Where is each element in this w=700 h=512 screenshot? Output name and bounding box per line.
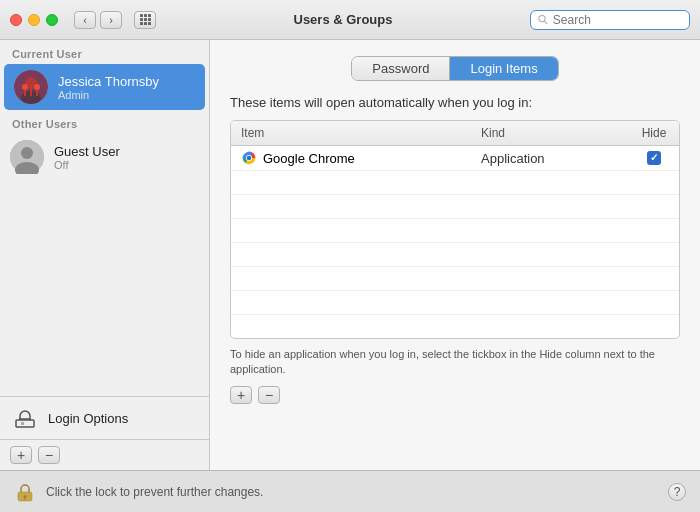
svg-point-19 (24, 495, 27, 498)
items-table: Item Kind Hide Google Chr (230, 120, 680, 339)
lock-icon[interactable] (14, 481, 36, 503)
item-name: Google Chrome (263, 151, 355, 166)
login-options-label: Login Options (48, 411, 128, 426)
tab-password[interactable]: Password (352, 57, 450, 80)
item-cell: Google Chrome (231, 148, 471, 168)
guest-user-info: Guest User Off (54, 144, 120, 171)
guest-user-name: Guest User (54, 144, 120, 159)
back-button[interactable]: ‹ (74, 11, 96, 29)
svg-point-9 (34, 84, 40, 90)
window-title: Users & Groups (156, 12, 530, 27)
svg-point-11 (21, 147, 33, 159)
tab-group: Password Login Items (351, 56, 558, 81)
tab-row: Password Login Items (230, 56, 680, 81)
search-input[interactable] (553, 13, 682, 27)
search-icon (538, 14, 548, 25)
svg-point-17 (247, 156, 252, 161)
forward-button[interactable]: › (100, 11, 122, 29)
login-options-icon (12, 405, 38, 431)
remove-user-button[interactable]: − (38, 446, 60, 464)
header-hide: Hide (629, 124, 679, 142)
grid-icon (140, 14, 151, 25)
search-bar[interactable] (530, 10, 690, 30)
chrome-icon (241, 150, 257, 166)
add-user-button[interactable]: + (10, 446, 32, 464)
guest-user-item[interactable]: Guest User Off (0, 134, 209, 180)
minimize-button[interactable] (28, 14, 40, 26)
svg-rect-14 (21, 422, 24, 425)
login-options-item[interactable]: Login Options (0, 396, 209, 439)
empty-row (231, 219, 679, 243)
current-user-role: Admin (58, 89, 159, 101)
guest-avatar (10, 140, 44, 174)
hide-cell (629, 149, 679, 167)
avatar (14, 70, 48, 104)
panel-bottom-buttons: + − (230, 386, 680, 404)
hide-checkbox[interactable] (647, 151, 661, 165)
current-user-info: Jessica Thornsby Admin (58, 74, 159, 101)
current-user-item[interactable]: Jessica Thornsby Admin (4, 64, 205, 110)
svg-point-0 (539, 15, 545, 21)
title-bar-controls: ‹ › (10, 11, 156, 29)
lock-text: Click the lock to prevent further change… (46, 485, 658, 499)
footer-note: To hide an application when you log in, … (230, 347, 680, 378)
current-user-name: Jessica Thornsby (58, 74, 159, 89)
right-panel: Password Login Items These items will op… (210, 40, 700, 470)
empty-row (231, 171, 679, 195)
fullscreen-button[interactable] (46, 14, 58, 26)
add-item-button[interactable]: + (230, 386, 252, 404)
header-item: Item (231, 124, 471, 142)
empty-row (231, 243, 679, 267)
header-kind: Kind (471, 124, 629, 142)
empty-row (231, 267, 679, 291)
navigation-buttons: ‹ › (74, 11, 122, 29)
svg-line-1 (545, 21, 547, 23)
remove-item-button[interactable]: − (258, 386, 280, 404)
guest-user-status: Off (54, 159, 120, 171)
help-button[interactable]: ? (668, 483, 686, 501)
tab-login-items[interactable]: Login Items (450, 57, 557, 80)
traffic-lights (10, 14, 58, 26)
title-bar: ‹ › Users & Groups (0, 0, 700, 40)
app-grid-button[interactable] (134, 11, 156, 29)
svg-point-5 (22, 84, 28, 90)
empty-row (231, 315, 679, 338)
bottom-bar: Click the lock to prevent further change… (0, 470, 700, 512)
table-row: Google Chrome Application (231, 146, 679, 171)
table-header: Item Kind Hide (231, 121, 679, 146)
sidebar: Current User Jessica Thornsby (0, 40, 210, 470)
description-text: These items will open automatically when… (230, 95, 680, 110)
close-button[interactable] (10, 14, 22, 26)
empty-row (231, 195, 679, 219)
kind-cell: Application (471, 149, 629, 168)
main-content: Current User Jessica Thornsby (0, 40, 700, 470)
current-user-label: Current User (0, 40, 209, 64)
other-users-label: Other Users (0, 110, 209, 134)
svg-rect-13 (16, 420, 34, 427)
sidebar-bottom-buttons: + − (0, 439, 209, 470)
empty-row (231, 291, 679, 315)
